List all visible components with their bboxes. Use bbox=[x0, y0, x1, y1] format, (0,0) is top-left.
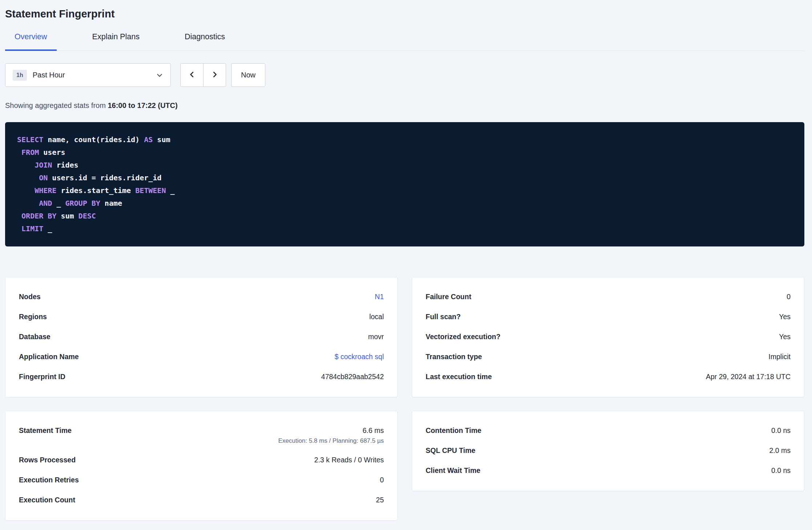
sql-line: ON users.id = rides.rider_id bbox=[17, 172, 792, 184]
tab-explain-plans[interactable]: Explain Plans bbox=[83, 29, 149, 51]
stat-subvalue: Execution: 5.8 ms / Planning: 687.5 µs bbox=[278, 437, 384, 445]
timing-cards-row: Statement Time6.6 msExecution: 5.8 ms / … bbox=[5, 411, 804, 521]
stat-label: Statement Time bbox=[19, 426, 72, 435]
sql-text-token: rides bbox=[52, 161, 78, 169]
sql-text-token: name bbox=[100, 199, 122, 208]
stat-label: Rows Processed bbox=[19, 455, 76, 465]
tab-overview[interactable]: Overview bbox=[5, 29, 57, 51]
stat-right: 0 bbox=[787, 292, 791, 302]
statement-fingerprint-page: Statement Fingerprint Overview Explain P… bbox=[0, 0, 812, 521]
chevron-right-icon bbox=[211, 71, 219, 80]
sql-keyword-token: ON bbox=[39, 173, 48, 182]
stats-line-prefix: Showing aggregated stats from bbox=[5, 101, 108, 109]
stat-row: Regionslocal bbox=[19, 307, 384, 327]
time-range-label: Past Hour bbox=[33, 71, 65, 79]
stat-row: Failure Count0 bbox=[426, 287, 791, 307]
sql-text-token: _ bbox=[43, 224, 52, 233]
stat-value: Apr 29, 2024 at 17:18 UTC bbox=[706, 372, 791, 382]
stat-value: 6.6 ms bbox=[278, 426, 384, 435]
stat-label: SQL CPU Time bbox=[426, 446, 475, 455]
stat-label: Regions bbox=[19, 312, 47, 322]
sql-keyword-token: FROM bbox=[21, 148, 39, 157]
sql-text-token bbox=[17, 212, 21, 220]
stat-right: 0.0 ns bbox=[771, 426, 791, 435]
stat-row: Application Name$ cockroach sql bbox=[19, 347, 384, 367]
stat-value: movr bbox=[368, 332, 384, 342]
stat-value: 0 bbox=[380, 475, 384, 485]
stat-right: Implicit bbox=[768, 352, 791, 362]
sql-text-token: sum bbox=[56, 212, 78, 220]
stat-value: 2.3 k Reads / 0 Writes bbox=[314, 455, 384, 465]
sql-keyword-token: WHERE bbox=[35, 186, 56, 195]
sql-line: LIMIT _ bbox=[17, 222, 792, 235]
sql-keyword-token: JOIN bbox=[35, 161, 52, 169]
stat-right: 0.0 ns bbox=[771, 466, 791, 475]
sql-statement: SELECT name, count(rides.id) AS sum FROM… bbox=[5, 122, 804, 246]
overview-details-card: NodesN1RegionslocalDatabasemovrApplicati… bbox=[5, 277, 398, 397]
sql-text-token: users.id = rides.rider_id bbox=[48, 173, 161, 182]
stat-row: Full scan?Yes bbox=[426, 307, 791, 327]
overview-cards-row: NodesN1RegionslocalDatabasemovrApplicati… bbox=[5, 277, 804, 397]
sql-keyword-token: DESC bbox=[79, 212, 96, 220]
stat-right: Yes bbox=[779, 312, 791, 322]
sql-text-token: _ bbox=[166, 186, 174, 195]
stat-value: local bbox=[369, 312, 384, 322]
stat-value: 4784cb829aab2542 bbox=[321, 372, 384, 382]
stat-label: Database bbox=[19, 332, 51, 342]
sql-keyword-token: BETWEEN bbox=[135, 186, 166, 195]
stat-row: Last execution timeApr 29, 2024 at 17:18… bbox=[426, 367, 791, 387]
sql-text-token bbox=[17, 148, 21, 157]
sql-keyword-token: AS bbox=[144, 135, 153, 144]
stat-right: 2.3 k Reads / 0 Writes bbox=[314, 455, 384, 465]
stat-value: 0 bbox=[787, 292, 791, 302]
sql-keyword-token: AND bbox=[39, 199, 52, 208]
next-period-button[interactable] bbox=[203, 64, 226, 87]
stat-value: Yes bbox=[779, 332, 791, 342]
stat-value: Yes bbox=[779, 312, 791, 322]
prev-period-button[interactable] bbox=[181, 64, 203, 87]
stat-row: Contention Time0.0 ns bbox=[426, 421, 791, 441]
sql-keyword-token: ORDER BY bbox=[21, 212, 56, 220]
stat-row: Client Wait Time0.0 ns bbox=[426, 461, 791, 481]
stats-line-range: 16:00 to 17:22 (UTC) bbox=[108, 101, 177, 109]
now-button[interactable]: Now bbox=[231, 63, 265, 87]
sql-keyword-token: SELECT bbox=[17, 135, 43, 144]
aggregated-stats-line: Showing aggregated stats from 16:00 to 1… bbox=[5, 101, 804, 110]
sql-text-token bbox=[17, 186, 35, 195]
stat-row: Vectorized execution?Yes bbox=[426, 327, 791, 347]
stat-row: Databasemovr bbox=[19, 327, 384, 347]
stat-right: Apr 29, 2024 at 17:18 UTC bbox=[706, 372, 791, 382]
stat-right: 6.6 msExecution: 5.8 ms / Planning: 687.… bbox=[278, 426, 384, 445]
time-range-picker[interactable]: 1h Past Hour bbox=[5, 63, 171, 87]
execution-attributes-card: Failure Count0Full scan?YesVectorized ex… bbox=[412, 277, 804, 397]
stat-value: 25 bbox=[376, 495, 384, 505]
stat-row: Fingerprint ID4784cb829aab2542 bbox=[19, 367, 384, 387]
sql-text-token: rides.start_time bbox=[56, 186, 135, 195]
page-title: Statement Fingerprint bbox=[5, 7, 804, 20]
sql-line: FROM users bbox=[17, 146, 792, 159]
stat-right: 4784cb829aab2542 bbox=[321, 372, 384, 382]
sql-text-token bbox=[17, 224, 21, 233]
statement-timing-card: Statement Time6.6 msExecution: 5.8 ms / … bbox=[5, 411, 398, 521]
sql-line: WHERE rides.start_time BETWEEN _ bbox=[17, 184, 792, 197]
stat-label: Vectorized execution? bbox=[426, 332, 501, 342]
stat-row: Statement Time6.6 msExecution: 5.8 ms / … bbox=[19, 421, 384, 450]
stat-label: Last execution time bbox=[426, 372, 492, 382]
stat-value: Implicit bbox=[768, 352, 791, 362]
tab-bar: Overview Explain Plans Diagnostics bbox=[5, 29, 804, 51]
sql-line: AND _ GROUP BY name bbox=[17, 197, 792, 210]
stat-right: local bbox=[369, 312, 384, 322]
time-controls: 1h Past Hour Now bbox=[5, 63, 804, 87]
stat-right: N1 bbox=[375, 292, 384, 302]
tab-diagnostics[interactable]: Diagnostics bbox=[175, 29, 234, 51]
stat-right: 25 bbox=[376, 495, 384, 505]
stat-label: Fingerprint ID bbox=[19, 372, 65, 382]
stat-right: $ cockroach sql bbox=[335, 352, 384, 362]
stat-value-link[interactable]: $ cockroach sql bbox=[335, 352, 384, 362]
stat-label: Execution Retries bbox=[19, 475, 79, 485]
stat-right: movr bbox=[368, 332, 384, 342]
stat-value-link[interactable]: N1 bbox=[375, 292, 384, 302]
sql-text-token: users bbox=[39, 148, 65, 157]
chevron-down-icon bbox=[156, 72, 163, 79]
stat-right: Yes bbox=[779, 332, 791, 342]
